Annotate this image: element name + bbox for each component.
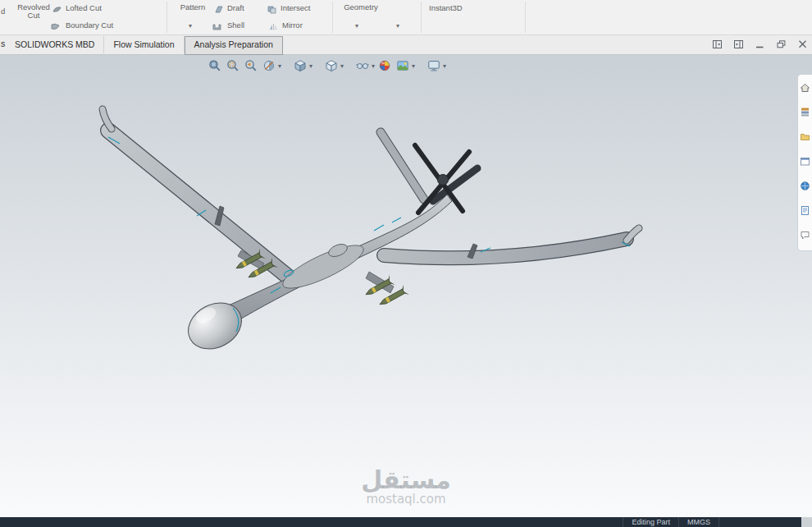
document-window-controls xyxy=(713,40,807,48)
mirror-button[interactable]: Mirror xyxy=(282,21,303,30)
clipped-ribbon-label: d xyxy=(1,7,5,16)
drone-left-wing[interactable] xyxy=(103,109,292,280)
restore-icon[interactable] xyxy=(777,40,786,48)
pattern-dropdown-arrow[interactable]: ▾ xyxy=(189,23,192,30)
status-spacer xyxy=(718,517,801,527)
design-library-icon[interactable] xyxy=(800,106,810,121)
shell-icon xyxy=(212,20,222,29)
drone-right-wing[interactable] xyxy=(384,228,639,259)
tab-flow-simulation[interactable]: Flow Simulation xyxy=(104,36,184,53)
solidworks-window: d Revolved Cut Lofted Cut Boundary Cut P… xyxy=(0,0,812,527)
boundary-cut-button[interactable]: Boundary Cut xyxy=(66,21,113,30)
hide-show-items-icon[interactable] xyxy=(354,57,371,74)
status-bar: Editing Part MMGS xyxy=(0,517,812,527)
ribbon-separator xyxy=(332,2,333,33)
appearances-icon[interactable] xyxy=(800,180,810,195)
zoom-to-fit-icon[interactable] xyxy=(207,57,223,74)
display-style-dropdown-arrow[interactable]: ▾ xyxy=(340,62,344,70)
section-view-icon[interactable] xyxy=(261,57,277,74)
apply-scene-dropdown-arrow[interactable]: ▾ xyxy=(412,62,415,70)
reference-geometry-button[interactable]: Geometry xyxy=(337,3,385,11)
edit-appearance-icon[interactable] xyxy=(376,57,393,74)
ribbon: d Revolved Cut Lofted Cut Boundary Cut P… xyxy=(0,0,812,35)
draft-icon xyxy=(213,2,224,11)
geometry-dropdown-arrow[interactable]: ▾ xyxy=(355,23,358,30)
model-canvas[interactable] xyxy=(0,55,812,517)
ribbon-separator xyxy=(167,2,167,33)
instant3d-button[interactable]: Instant3D xyxy=(429,3,463,12)
home-icon[interactable] xyxy=(800,81,810,96)
hide-show-items-dropdown-arrow[interactable]: ▾ xyxy=(372,62,375,70)
ribbon-separator xyxy=(421,2,422,33)
view-settings-dropdown-arrow[interactable]: ▾ xyxy=(443,62,446,70)
pane-left-icon[interactable] xyxy=(713,40,722,48)
shell-button[interactable]: Shell xyxy=(227,21,244,30)
intersect-icon xyxy=(267,2,277,11)
view-orientation-icon[interactable] xyxy=(292,57,308,74)
command-tabs: SOLIDWORKS MBD Flow Simulation Analysis … xyxy=(6,35,283,54)
intersect-button[interactable]: Intersect xyxy=(281,3,310,12)
task-pane-strip xyxy=(797,74,812,251)
status-editing-state: Editing Part xyxy=(623,517,678,527)
tab-analysis-preparation[interactable]: Analysis Preparation xyxy=(185,36,283,55)
draft-button[interactable]: Draft xyxy=(227,3,244,12)
ribbon-separator xyxy=(525,2,526,33)
clipped-tab-label: s xyxy=(1,39,5,48)
missiles-right[interactable] xyxy=(363,272,409,309)
mirror-icon xyxy=(268,20,279,29)
view-orientation-dropdown-arrow[interactable]: ▾ xyxy=(309,62,312,70)
custom-properties-icon[interactable] xyxy=(800,204,810,219)
zoom-to-area-icon[interactable] xyxy=(225,57,241,74)
minimize-icon[interactable] xyxy=(755,40,764,48)
apply-scene-icon[interactable] xyxy=(395,57,411,74)
drone-wing-fairing[interactable] xyxy=(278,237,368,296)
close-icon[interactable] xyxy=(798,40,807,48)
status-units[interactable]: MMGS xyxy=(678,517,718,527)
viewport-3d[interactable]: ▾ ▾ ▾ ▾ ▾ xyxy=(0,55,812,517)
comments-icon[interactable] xyxy=(800,229,810,244)
section-view-dropdown-arrow[interactable]: ▾ xyxy=(278,62,281,70)
view-settings-icon[interactable] xyxy=(426,57,442,74)
previous-view-icon[interactable] xyxy=(243,57,259,74)
view-palette-icon[interactable] xyxy=(800,155,810,170)
lofted-cut-icon xyxy=(52,2,62,11)
file-explorer-icon[interactable] xyxy=(800,131,810,145)
command-tabs-row: s SOLIDWORKS MBD Flow Simulation Analysi… xyxy=(0,35,812,55)
resize-grip[interactable] xyxy=(801,517,812,527)
revolved-cut-button[interactable]: Revolved Cut xyxy=(13,3,54,20)
pane-right-icon[interactable] xyxy=(734,40,743,48)
pattern-button[interactable]: Pattern xyxy=(172,3,213,11)
display-style-icon[interactable] xyxy=(323,57,340,74)
boundary-cut-icon xyxy=(50,20,61,29)
drone-tail[interactable] xyxy=(381,132,477,213)
tangent-edge-accents xyxy=(108,137,630,332)
lofted-cut-button[interactable]: Lofted Cut xyxy=(66,3,102,12)
tab-solidworks-mbd[interactable]: SOLIDWORKS MBD xyxy=(6,36,104,53)
curves-dropdown-arrow[interactable]: ▾ xyxy=(396,23,399,30)
headsup-view-toolbar: ▾ ▾ ▾ ▾ ▾ xyxy=(207,57,446,74)
